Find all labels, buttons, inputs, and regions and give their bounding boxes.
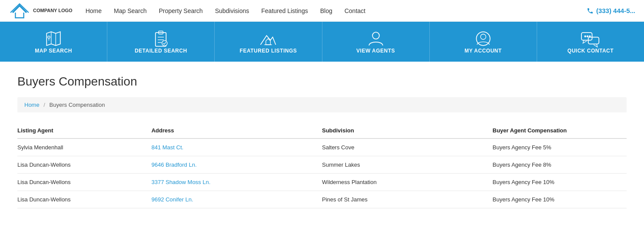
- breadcrumb: Home / Buyers Compensation: [17, 97, 627, 112]
- icon-bar-map-search-label: MAP SEARCH: [35, 48, 72, 54]
- svg-point-21: [589, 36, 591, 37]
- logo-icon: [9, 2, 30, 20]
- icon-bar-featured-listings-label: FEATURED LISTINGS: [240, 48, 297, 54]
- page-content: Buyers Compensation Home / Buyers Compen…: [0, 62, 644, 221]
- top-navigation: COMPANY LOGO Home Map Search Property Se…: [0, 0, 644, 22]
- icon-bar-detailed-search[interactable]: DETAILED SEARCH: [107, 22, 215, 62]
- icon-bar-view-agents[interactable]: VIEW AGENTS: [322, 22, 430, 62]
- col-header-subdivision: Subdivision: [322, 123, 493, 138]
- cell-compensation: Buyers Agency Fee 8%: [493, 156, 627, 174]
- my-account-icon: [473, 30, 494, 48]
- col-header-compensation: Buyer Agent Compensation: [493, 123, 627, 138]
- logo-text: COMPANY LOGO: [33, 8, 73, 13]
- cell-address: 841 Mast Ct.: [151, 138, 322, 156]
- table-header-row: Listing Agent Address Subdivision Buyer …: [17, 123, 627, 138]
- map-search-icon: [43, 30, 64, 48]
- svg-point-4: [48, 36, 50, 38]
- col-header-agent: Listing Agent: [17, 123, 151, 138]
- nav-featured-listings[interactable]: Featured Listings: [261, 7, 308, 14]
- icon-bar-map-search[interactable]: MAP SEARCH: [0, 22, 107, 62]
- cell-compensation: Buyers Agency Fee 10%: [493, 191, 627, 208]
- svg-point-20: [587, 36, 588, 37]
- cell-subdivision: Wilderness Plantation: [322, 174, 493, 191]
- nav-home[interactable]: Home: [86, 7, 102, 14]
- nav-subdivisions[interactable]: Subdivisions: [215, 7, 249, 14]
- cell-agent: Lisa Duncan-Wellons: [17, 191, 151, 208]
- phone-number: (333) 444-5...: [596, 7, 635, 14]
- table-row: Sylvia Mendenhall841 Mast Ct.Salters Cov…: [17, 138, 627, 156]
- table-row: Lisa Duncan-Wellons9692 Conifer Ln.Pines…: [17, 191, 627, 208]
- col-header-address: Address: [151, 123, 322, 138]
- breadcrumb-home-link[interactable]: Home: [24, 102, 40, 108]
- cell-address: 3377 Shadow Moss Ln.: [151, 174, 322, 191]
- nav-links: Home Map Search Property Search Subdivis…: [86, 7, 587, 14]
- cell-compensation: Buyers Agency Fee 5%: [493, 138, 627, 156]
- nav-contact[interactable]: Contact: [345, 7, 365, 14]
- cell-subdivision: Pines of St James: [322, 191, 493, 208]
- cell-subdivision: Summer Lakes: [322, 156, 493, 174]
- address-link[interactable]: 3377 Shadow Moss Ln.: [151, 179, 210, 185]
- table-row: Lisa Duncan-Wellons9646 Bradford Ln.Summ…: [17, 156, 627, 174]
- nav-map-search[interactable]: Map Search: [114, 7, 146, 14]
- svg-point-14: [372, 32, 379, 39]
- breadcrumb-separator: /: [43, 102, 45, 108]
- address-link[interactable]: 9646 Bradford Ln.: [151, 161, 196, 168]
- svg-point-11: [162, 40, 167, 46]
- icon-bar-my-account[interactable]: MY ACCOUNT: [430, 22, 537, 62]
- cell-agent: Lisa Duncan-Wellons: [17, 174, 151, 191]
- cell-agent: Sylvia Mendenhall: [17, 138, 151, 156]
- icon-bar-detailed-search-label: DETAILED SEARCH: [135, 48, 187, 54]
- icon-bar-quick-contact[interactable]: QUICK CONTACT: [537, 22, 644, 62]
- featured-listings-icon: [258, 30, 279, 48]
- table-row: Lisa Duncan-Wellons3377 Shadow Moss Ln.W…: [17, 174, 627, 191]
- cell-compensation: Buyers Agency Fee 10%: [493, 174, 627, 191]
- nav-blog[interactable]: Blog: [320, 7, 332, 14]
- logo: COMPANY LOGO: [9, 2, 73, 20]
- icon-bar-quick-contact-label: QUICK CONTACT: [568, 48, 614, 54]
- svg-point-19: [584, 36, 586, 37]
- page-title: Buyers Compensation: [17, 75, 627, 89]
- quick-contact-icon: [580, 30, 601, 48]
- nav-property-search[interactable]: Property Search: [159, 7, 203, 14]
- phone-area: (333) 444-5...: [587, 7, 635, 14]
- icon-bar-my-account-label: MY ACCOUNT: [465, 48, 502, 54]
- address-link[interactable]: 841 Mast Ct.: [151, 144, 183, 151]
- phone-icon: [587, 7, 594, 14]
- detailed-search-icon: [150, 30, 171, 48]
- view-agents-icon: [365, 30, 386, 48]
- cell-subdivision: Salters Cove: [322, 138, 493, 156]
- cell-address: 9692 Conifer Ln.: [151, 191, 322, 208]
- buyers-compensation-table: Listing Agent Address Subdivision Buyer …: [17, 123, 627, 208]
- icon-bar-view-agents-label: VIEW AGENTS: [356, 48, 395, 54]
- svg-point-16: [481, 34, 486, 40]
- icon-bar-featured-listings[interactable]: FEATURED LISTINGS: [215, 22, 322, 62]
- cell-address: 9646 Bradford Ln.: [151, 156, 322, 174]
- icon-bar: MAP SEARCH DETAILED SEARCH FEATURED LIST…: [0, 22, 644, 62]
- address-link[interactable]: 9692 Conifer Ln.: [151, 196, 193, 203]
- cell-agent: Lisa Duncan-Wellons: [17, 156, 151, 174]
- breadcrumb-current: Buyers Compensation: [50, 102, 105, 108]
